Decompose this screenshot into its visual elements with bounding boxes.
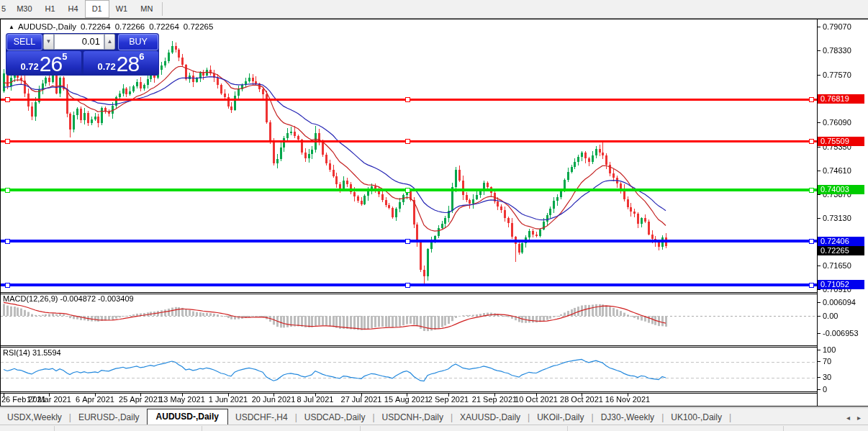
chart-tab-audusd-daily[interactable]: AUDUSD-,Daily	[147, 409, 228, 425]
timeframe-button-h4[interactable]: H4	[62, 0, 85, 18]
volume-increase-button[interactable]: ▲	[104, 34, 115, 50]
chevron-up-icon: ▲	[107, 38, 113, 45]
tab-scroll-controls: ◂▸	[846, 414, 868, 425]
volume-decrease-button[interactable]: ▼	[43, 34, 54, 50]
symbol-tab-bar: USDX,Weekly|EURUSD-,DailyAUDUSD-,DailyUS…	[0, 407, 868, 425]
chart-tab-dj30-weekly[interactable]: DJ30-,Weekly	[594, 410, 661, 425]
buy-price-prefix: 0.72	[98, 61, 117, 75]
sell-button[interactable]: SELL	[6, 34, 42, 50]
one-click-trade-panel: SELL ▼ 0.01 ▲ BUY 0.72265 0.72286	[6, 33, 159, 76]
sell-price-pip: 5	[62, 51, 67, 75]
chart-tab-xauusd-daily[interactable]: XAUUSD-,Daily	[453, 410, 528, 425]
rsi-indicator-label: RSI(14) 31.5594	[3, 348, 61, 357]
sell-price-prefix: 0.72	[21, 61, 40, 75]
tab-scroll-right-icon[interactable]: ▸	[857, 414, 861, 422]
tab-separator: |	[729, 412, 731, 425]
price-tag-0.72265: 0.72265	[818, 246, 864, 255]
toolbar-separator	[162, 2, 163, 16]
buy-price-button[interactable]: 0.72286	[83, 51, 158, 75]
timeframe-button-d1[interactable]: D1	[85, 0, 109, 18]
macd-indicator-label: MACD(12,26,9) -0.004872 -0.003409	[3, 294, 134, 303]
collapse-triangle-icon[interactable]: ▲	[9, 24, 14, 30]
price-tag-0.72406: 0.72406	[818, 237, 864, 246]
buy-price-pip: 6	[139, 51, 144, 75]
chart-tab-usdcnh-daily[interactable]: USDCNH-,Daily	[375, 410, 451, 425]
timeframe-button-m30[interactable]: M30	[10, 0, 38, 18]
ohlc-open: 0.72264	[81, 22, 111, 31]
chart-tab-usdcad-daily[interactable]: USDCAD-,Daily	[297, 410, 373, 425]
status-bar-strip	[0, 425, 868, 431]
chart-tab-eurusd-daily[interactable]: EURUSD-,Daily	[71, 410, 147, 425]
buy-button[interactable]: BUY	[118, 34, 158, 50]
price-tag-0.71052: 0.71052	[818, 280, 864, 289]
chart-tab-uk100-daily[interactable]: UK100-,Daily	[664, 410, 729, 425]
timeframe-toolbar: 5M30H1H4D1W1MN	[0, 0, 868, 19]
chart-tab-usdchf-h4[interactable]: USDCHF-,H4	[228, 410, 295, 425]
ohlc-high: 0.72266	[115, 22, 145, 31]
sell-price-big: 26	[40, 53, 62, 75]
chart-tab-ukoil-daily[interactable]: UKOil-,Daily	[530, 410, 591, 425]
chevron-down-icon: ▼	[46, 38, 52, 45]
timeframe-button-w1[interactable]: W1	[109, 0, 135, 18]
volume-input[interactable]: 0.01	[54, 34, 104, 50]
buy-price-big: 28	[117, 53, 139, 75]
tab-scroll-left-icon[interactable]: ◂	[846, 414, 850, 422]
ohlc-close: 0.72265	[184, 22, 214, 31]
price-tag-0.76819: 0.76819	[818, 94, 864, 104]
timeframe-button-h1[interactable]: H1	[39, 0, 62, 18]
ohlc-low: 0.72264	[149, 22, 179, 31]
chart-tab-usdx-weekly[interactable]: USDX,Weekly	[0, 410, 69, 425]
timeframe-button-mn[interactable]: MN	[134, 0, 159, 18]
timeframe-button-5[interactable]: 5	[0, 0, 10, 18]
sell-price-button[interactable]: 0.72265	[6, 51, 81, 75]
price-tag-0.75509: 0.75509	[818, 137, 864, 146]
price-tag-0.74003: 0.74003	[818, 185, 864, 194]
chart-title: ▲AUDUSD-,Daily0.722640.722660.722640.722…	[9, 22, 213, 31]
symbol-label: AUDUSD-,Daily	[18, 22, 76, 31]
